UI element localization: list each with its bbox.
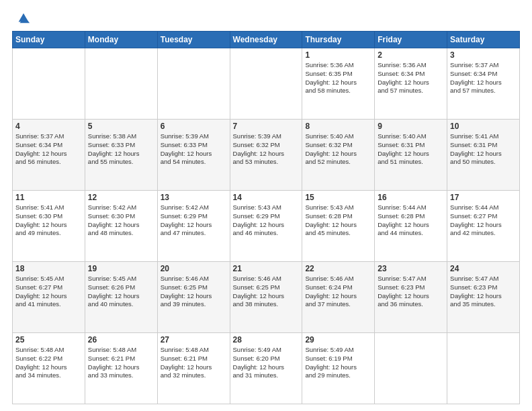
calendar-cell: 20Sunrise: 5:46 AMSunset: 6:25 PMDayligh… <box>157 262 230 333</box>
day-number: 3 <box>450 50 517 60</box>
calendar-cell <box>157 48 230 120</box>
calendar-cell: 17Sunrise: 5:44 AMSunset: 6:27 PMDayligh… <box>447 191 520 262</box>
calendar-cell: 21Sunrise: 5:46 AMSunset: 6:25 PMDayligh… <box>230 262 302 333</box>
calendar-cell: 14Sunrise: 5:43 AMSunset: 6:29 PMDayligh… <box>230 191 302 262</box>
weekday-header-sunday: Sunday <box>13 32 85 48</box>
day-number: 15 <box>305 193 371 202</box>
calendar-cell: 23Sunrise: 5:47 AMSunset: 6:23 PMDayligh… <box>375 262 447 333</box>
calendar-cell <box>230 48 302 120</box>
day-number: 24 <box>450 264 517 273</box>
day-info: Sunrise: 5:43 AMSunset: 6:28 PMDaylight:… <box>305 203 371 238</box>
day-number: 4 <box>15 122 82 131</box>
calendar-table: SundayMondayTuesdayWednesdayThursdayFrid… <box>12 31 520 404</box>
day-number: 7 <box>233 122 300 131</box>
day-number: 17 <box>450 193 517 202</box>
page: SundayMondayTuesdayWednesdayThursdayFrid… <box>0 0 532 411</box>
day-info: Sunrise: 5:37 AMSunset: 6:34 PMDaylight:… <box>450 61 517 95</box>
day-number: 26 <box>88 335 154 345</box>
logo <box>12 11 31 26</box>
day-info: Sunrise: 5:46 AMSunset: 6:24 PMDaylight:… <box>305 275 371 309</box>
day-info: Sunrise: 5:39 AMSunset: 6:32 PMDaylight:… <box>233 132 300 167</box>
calendar-cell <box>13 48 85 120</box>
calendar-cell: 29Sunrise: 5:49 AMSunset: 6:19 PMDayligh… <box>302 333 375 404</box>
week-row-5: 25Sunrise: 5:48 AMSunset: 6:22 PMDayligh… <box>13 333 520 404</box>
day-number: 1 <box>305 50 371 60</box>
day-number: 9 <box>378 122 444 131</box>
day-number: 22 <box>305 264 371 273</box>
day-info: Sunrise: 5:46 AMSunset: 6:25 PMDaylight:… <box>233 275 300 309</box>
calendar-cell: 7Sunrise: 5:39 AMSunset: 6:32 PMDaylight… <box>230 120 302 191</box>
day-info: Sunrise: 5:47 AMSunset: 6:23 PMDaylight:… <box>450 275 517 309</box>
calendar-cell: 26Sunrise: 5:48 AMSunset: 6:21 PMDayligh… <box>85 333 157 404</box>
calendar-cell: 19Sunrise: 5:45 AMSunset: 6:26 PMDayligh… <box>85 262 157 333</box>
day-info: Sunrise: 5:43 AMSunset: 6:29 PMDaylight:… <box>233 203 300 238</box>
calendar-cell: 13Sunrise: 5:42 AMSunset: 6:29 PMDayligh… <box>157 191 230 262</box>
day-info: Sunrise: 5:39 AMSunset: 6:33 PMDaylight:… <box>161 132 227 167</box>
calendar-cell <box>375 333 447 404</box>
day-number: 25 <box>15 335 82 345</box>
weekday-header-row: SundayMondayTuesdayWednesdayThursdayFrid… <box>13 32 520 48</box>
calendar-cell: 15Sunrise: 5:43 AMSunset: 6:28 PMDayligh… <box>302 191 375 262</box>
weekday-header-thursday: Thursday <box>302 32 375 48</box>
day-number: 27 <box>161 335 227 345</box>
day-info: Sunrise: 5:40 AMSunset: 6:32 PMDaylight:… <box>305 132 371 167</box>
calendar-cell: 11Sunrise: 5:41 AMSunset: 6:30 PMDayligh… <box>13 191 85 262</box>
calendar-cell: 16Sunrise: 5:44 AMSunset: 6:28 PMDayligh… <box>375 191 447 262</box>
calendar-cell: 22Sunrise: 5:46 AMSunset: 6:24 PMDayligh… <box>302 262 375 333</box>
day-number: 2 <box>378 50 444 60</box>
day-number: 6 <box>161 122 227 131</box>
calendar-cell: 6Sunrise: 5:39 AMSunset: 6:33 PMDaylight… <box>157 120 230 191</box>
day-number: 28 <box>233 335 300 345</box>
calendar-cell: 10Sunrise: 5:41 AMSunset: 6:31 PMDayligh… <box>447 120 520 191</box>
calendar-cell: 25Sunrise: 5:48 AMSunset: 6:22 PMDayligh… <box>13 333 85 404</box>
day-number: 20 <box>161 264 227 273</box>
calendar-cell: 2Sunrise: 5:36 AMSunset: 6:34 PMDaylight… <box>375 48 447 120</box>
calendar-cell: 18Sunrise: 5:45 AMSunset: 6:27 PMDayligh… <box>13 262 85 333</box>
day-number: 29 <box>305 335 371 345</box>
day-number: 12 <box>88 193 154 202</box>
day-info: Sunrise: 5:45 AMSunset: 6:27 PMDaylight:… <box>15 275 82 309</box>
day-info: Sunrise: 5:45 AMSunset: 6:26 PMDaylight:… <box>88 275 154 309</box>
calendar-cell: 28Sunrise: 5:49 AMSunset: 6:20 PMDayligh… <box>230 333 302 404</box>
day-number: 11 <box>15 193 82 202</box>
day-number: 21 <box>233 264 300 273</box>
day-info: Sunrise: 5:36 AMSunset: 6:35 PMDaylight:… <box>305 61 371 95</box>
calendar-cell <box>85 48 157 120</box>
calendar-cell: 24Sunrise: 5:47 AMSunset: 6:23 PMDayligh… <box>447 262 520 333</box>
day-info: Sunrise: 5:38 AMSunset: 6:33 PMDaylight:… <box>88 132 154 167</box>
weekday-header-tuesday: Tuesday <box>157 32 230 48</box>
weekday-header-monday: Monday <box>85 32 157 48</box>
week-row-1: 1Sunrise: 5:36 AMSunset: 6:35 PMDaylight… <box>13 48 520 120</box>
day-info: Sunrise: 5:48 AMSunset: 6:21 PMDaylight:… <box>161 346 227 380</box>
header <box>12 11 520 26</box>
day-info: Sunrise: 5:44 AMSunset: 6:27 PMDaylight:… <box>450 203 517 238</box>
day-info: Sunrise: 5:42 AMSunset: 6:29 PMDaylight:… <box>161 203 227 238</box>
calendar-cell: 1Sunrise: 5:36 AMSunset: 6:35 PMDaylight… <box>302 48 375 120</box>
day-number: 16 <box>378 193 444 202</box>
day-info: Sunrise: 5:48 AMSunset: 6:21 PMDaylight:… <box>88 346 154 380</box>
day-info: Sunrise: 5:49 AMSunset: 6:19 PMDaylight:… <box>305 346 371 380</box>
calendar-cell: 8Sunrise: 5:40 AMSunset: 6:32 PMDaylight… <box>302 120 375 191</box>
day-number: 19 <box>88 264 154 273</box>
logo-icon <box>16 11 31 26</box>
day-number: 13 <box>161 193 227 202</box>
day-info: Sunrise: 5:41 AMSunset: 6:30 PMDaylight:… <box>15 203 82 238</box>
weekday-header-friday: Friday <box>375 32 447 48</box>
week-row-3: 11Sunrise: 5:41 AMSunset: 6:30 PMDayligh… <box>13 191 520 262</box>
day-number: 10 <box>450 122 517 131</box>
day-info: Sunrise: 5:44 AMSunset: 6:28 PMDaylight:… <box>378 203 444 238</box>
calendar-cell: 3Sunrise: 5:37 AMSunset: 6:34 PMDaylight… <box>447 48 520 120</box>
day-info: Sunrise: 5:48 AMSunset: 6:22 PMDaylight:… <box>15 346 82 380</box>
calendar-cell: 27Sunrise: 5:48 AMSunset: 6:21 PMDayligh… <box>157 333 230 404</box>
day-info: Sunrise: 5:47 AMSunset: 6:23 PMDaylight:… <box>378 275 444 309</box>
day-info: Sunrise: 5:49 AMSunset: 6:20 PMDaylight:… <box>233 346 300 380</box>
calendar-cell: 4Sunrise: 5:37 AMSunset: 6:34 PMDaylight… <box>13 120 85 191</box>
day-number: 18 <box>15 264 82 273</box>
week-row-2: 4Sunrise: 5:37 AMSunset: 6:34 PMDaylight… <box>13 120 520 191</box>
day-info: Sunrise: 5:36 AMSunset: 6:34 PMDaylight:… <box>378 61 444 95</box>
day-info: Sunrise: 5:42 AMSunset: 6:30 PMDaylight:… <box>88 203 154 238</box>
day-number: 8 <box>305 122 371 131</box>
weekday-header-wednesday: Wednesday <box>230 32 302 48</box>
calendar-cell: 12Sunrise: 5:42 AMSunset: 6:30 PMDayligh… <box>85 191 157 262</box>
day-info: Sunrise: 5:41 AMSunset: 6:31 PMDaylight:… <box>450 132 517 167</box>
